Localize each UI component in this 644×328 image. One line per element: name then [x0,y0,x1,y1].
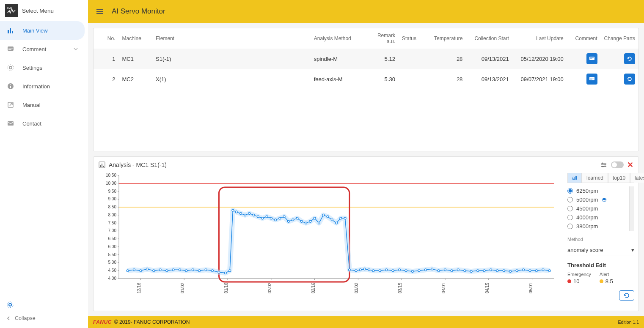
svg-rect-3 [10,28,11,33]
col-last-update: Last Update [512,28,567,49]
svg-point-143 [444,269,446,271]
svg-text:9.00: 9.00 [108,197,117,201]
svg-rect-18 [590,57,594,58]
svg-point-87 [153,270,155,272]
tune-icon[interactable] [600,161,608,169]
collapse-sidebar[interactable]: Collapse [6,312,82,325]
svg-point-138 [411,271,413,273]
rpm-option[interactable]: 3800rpm [567,222,629,231]
svg-point-136 [399,269,401,271]
alert-value[interactable]: 8.5 [600,278,613,284]
analysis-card: Analysis - MC1 S1(-1) ✕ 4.004.505.005.50… [93,156,639,311]
svg-rect-20 [589,77,594,80]
svg-point-8 [9,66,12,69]
svg-point-133 [379,270,381,272]
svg-point-110 [275,219,277,221]
threshold-edit-title: Threshold Edit [567,262,634,268]
svg-point-99 [229,270,231,272]
nav-contact[interactable]: Contact [0,114,85,133]
nav-label: Settings [22,65,42,71]
svg-point-151 [496,270,498,272]
sidebar-header: 0 AI Select Menu [0,0,88,21]
gear-icon [6,301,14,309]
nav-label: Information [22,83,50,90]
rpm-option[interactable]: 4000rpm [567,213,629,222]
nav-information[interactable]: Information [0,77,85,96]
tab-all[interactable]: all [567,173,582,183]
svg-rect-17 [589,57,594,60]
footer-copyright: © 2019- FANUC CORPORATION [114,319,190,325]
svg-point-117 [305,222,307,224]
nav-manual[interactable]: Manual [0,96,85,114]
method-select[interactable]: anomaly score ▾ [567,245,634,255]
sidebar-title: Select Menu [22,8,54,14]
app-logo: 0 AI [5,4,18,17]
col-temperature: Temperature [428,28,466,49]
chevron-left-icon [6,316,11,320]
rpm-option[interactable]: 6250rpm [567,186,629,195]
hamburger-icon[interactable] [96,7,104,16]
alert-label: Alert [600,272,613,277]
comment-button[interactable] [586,74,597,85]
rpm-option[interactable]: 4500rpm [567,204,629,213]
rpm-scrollbar[interactable] [629,186,634,231]
nav-label: Manual [22,102,41,108]
svg-text:01/16: 01/16 [224,283,228,293]
svg-point-135 [392,270,394,272]
svg-rect-21 [590,78,594,78]
nav-comment[interactable]: Comment [0,40,85,58]
svg-point-112 [283,216,285,218]
chart-tabs: all learned top10 latest [567,173,634,183]
svg-point-9 [8,65,14,71]
tab-top10[interactable]: top10 [608,173,630,183]
anomaly-chart[interactable]: 4.004.505.005.506.006.507.007.508.008.50… [98,173,558,295]
svg-text:03/02: 03/02 [354,283,359,293]
change-parts-button[interactable] [624,53,635,64]
svg-point-159 [548,270,550,272]
svg-text:5.50: 5.50 [108,252,117,257]
svg-rect-19 [590,59,592,59]
close-analysis-button[interactable]: ✕ [627,160,633,169]
change-parts-button[interactable] [624,74,635,85]
svg-text:9.50: 9.50 [108,189,117,194]
col-change-parts: Change Parts [601,28,638,49]
svg-point-127 [348,269,350,271]
gear-icon [6,63,15,72]
emergency-value[interactable]: 10 [567,278,591,284]
svg-point-90 [172,269,174,271]
svg-text:12/16: 12/16 [137,283,141,293]
refresh-icon [623,292,630,299]
rpm-option[interactable]: 5000rpm [567,195,629,204]
reload-chart-button[interactable] [619,290,634,301]
svg-point-113 [287,220,289,222]
comment-button[interactable] [586,53,597,64]
nav-settings[interactable]: Settings [0,58,85,77]
svg-point-125 [340,217,342,219]
tab-learned[interactable]: learned [582,173,608,183]
nav-label: Comment [22,46,46,52]
svg-point-85 [140,270,142,272]
svg-point-146 [464,270,466,272]
svg-point-103 [244,214,246,216]
svg-point-128 [355,270,357,272]
nav-main-view[interactable]: Main View [0,21,85,40]
table-row[interactable]: 1MC1S1(-1)spindle-M5.122809/13/202105/12… [94,49,638,69]
svg-point-149 [483,270,485,272]
tab-latest[interactable]: latest [630,173,644,183]
settings-shortcut[interactable] [6,298,82,312]
svg-point-102 [239,213,242,215]
svg-point-124 [336,222,338,224]
table-row[interactable]: 2MC2X(1)feed-axis-M5.302809/13/202109/07… [94,69,638,89]
chart-toggle[interactable] [611,161,624,168]
svg-point-148 [477,270,479,272]
svg-rect-22 [590,79,592,79]
chart-area: 4.004.505.005.506.006.507.007.508.008.50… [98,173,563,306]
svg-rect-24 [100,165,101,167]
svg-point-126 [344,217,346,219]
svg-text:6.50: 6.50 [108,236,117,241]
emergency-label: Emergency [567,272,591,277]
svg-point-153 [509,271,512,273]
svg-point-15 [9,303,11,306]
method-value: anomaly score [567,247,603,253]
svg-point-147 [470,271,472,273]
